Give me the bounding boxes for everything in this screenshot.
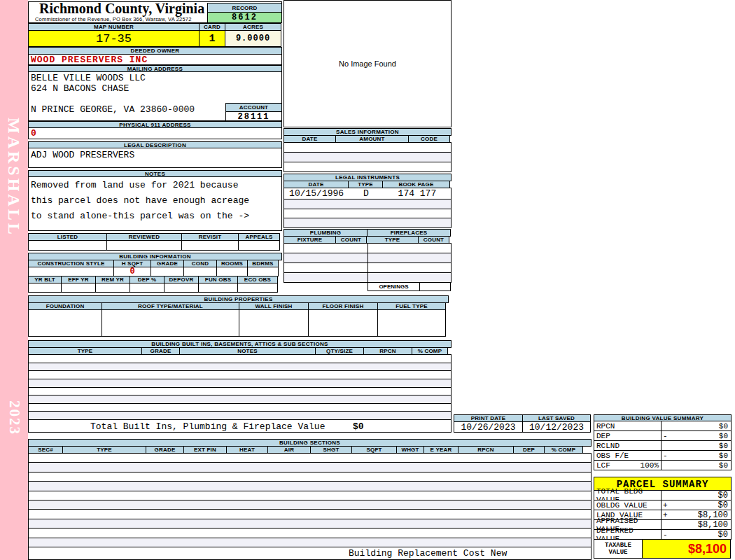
parcel-op: - bbox=[662, 531, 673, 539]
table-row bbox=[29, 482, 591, 491]
bvs-value: $0 bbox=[673, 451, 731, 460]
table-row bbox=[284, 153, 451, 162]
account-value: 28111 bbox=[225, 111, 282, 121]
parcel-summary-table: TOTAL BLDG VALUE $0 OBLDG VALUE +$0 LAND… bbox=[594, 491, 732, 540]
county-title: Richmond County, Virginia bbox=[39, 1, 204, 17]
rooms-value bbox=[216, 267, 248, 276]
built-ins-total-label: Total Built Ins, Plumbing & Fireplace Va… bbox=[90, 421, 325, 432]
roof-type-value bbox=[102, 309, 239, 337]
record-label: RECORD bbox=[207, 3, 282, 13]
map-number-field[interactable]: 17-35 bbox=[28, 30, 200, 47]
review-value-row bbox=[28, 240, 280, 251]
table-row bbox=[29, 454, 591, 463]
parcel-value: $0 bbox=[673, 500, 731, 510]
h-sqft-value: 0 bbox=[113, 267, 151, 276]
map-card-acres-value-row: 17-35 1 9.0000 bbox=[28, 30, 281, 47]
table-row bbox=[284, 209, 451, 219]
bdrms-value bbox=[247, 267, 279, 276]
built-ins-total-value: $0 bbox=[353, 421, 364, 432]
legal-instrument-type: D bbox=[349, 188, 384, 199]
table-row bbox=[29, 388, 451, 396]
mailing-address-line: 624 N BACONS CHASE bbox=[31, 83, 281, 94]
wall-finish-value bbox=[239, 309, 309, 337]
notes-line: Removed from land use for 2021 because bbox=[31, 178, 281, 193]
bvs-row-obs: OBS F/E -$0 bbox=[594, 450, 732, 461]
card-field[interactable]: 1 bbox=[199, 30, 225, 47]
table-row bbox=[29, 371, 451, 379]
floor-finish-value bbox=[308, 309, 378, 337]
table-row bbox=[284, 218, 451, 227]
bvs-op: - bbox=[662, 432, 673, 440]
table-row bbox=[29, 472, 591, 482]
building-information-value-row-1: 0 bbox=[28, 267, 279, 276]
review-appeals-value bbox=[238, 240, 280, 251]
table-row bbox=[29, 379, 451, 388]
openings-row: OPENINGS bbox=[368, 282, 451, 291]
foundation-value bbox=[28, 309, 102, 337]
table-row bbox=[29, 491, 591, 500]
bvs-value: $0 bbox=[673, 422, 731, 430]
parcel-op: + bbox=[662, 511, 673, 519]
dep-pct-value bbox=[130, 283, 164, 293]
building-value-summary-table: RPCN $0 DEP -$0 RCLND $0 OBS F/E -$0 LCF… bbox=[594, 421, 732, 470]
parcel-value: $8,100 bbox=[673, 520, 731, 530]
building-sections-empty-rows bbox=[28, 453, 592, 547]
table-row bbox=[29, 396, 451, 404]
building-sections-footer-row: Building Replacement Cost New bbox=[28, 547, 592, 560]
table-row bbox=[284, 200, 451, 209]
openings-value bbox=[419, 282, 451, 291]
bvs-value: $0 bbox=[673, 432, 731, 440]
legal-instrument-date: 10/15/1996 bbox=[284, 188, 349, 199]
construction-style-value bbox=[28, 267, 114, 276]
legal-instruments-rows: 10/15/1996 D 174 177 bbox=[284, 188, 451, 228]
parcel-value: $8,100 bbox=[673, 510, 731, 520]
taxable-value-label: TAXABLE VALUE bbox=[594, 539, 643, 559]
print-saved-value-row: 10/26/2023 10/12/2023 bbox=[454, 421, 591, 433]
last-saved-value: 10/12/2023 bbox=[522, 421, 591, 433]
property-record-card: { "colors": { "sidebar_pink": "#FFC0CB",… bbox=[0, 0, 735, 560]
sidebar: MARSHALL 2023 bbox=[0, 0, 28, 560]
bvs-label: LCF bbox=[596, 461, 610, 470]
bvs-row-rclnd: RCLND $0 bbox=[594, 440, 732, 451]
building-properties-value-row bbox=[28, 309, 446, 337]
table-row bbox=[29, 510, 591, 519]
eco-obs-value bbox=[237, 283, 278, 293]
sales-empty-rows bbox=[284, 142, 451, 172]
legal-description-value: ADJ WOOD PRESERVERS bbox=[28, 148, 282, 168]
table-row bbox=[29, 412, 451, 419]
bvs-pct: 100% bbox=[640, 461, 659, 470]
building-information-value-row-2 bbox=[28, 283, 278, 293]
parcel-row-deferred: DEFERRED VALUE -$0 bbox=[594, 529, 732, 540]
bvs-row-lcf: LCF100% $0 bbox=[594, 460, 732, 470]
notes-line: to stand alone-this parcel was on the -> bbox=[31, 209, 281, 224]
acres-field[interactable]: 9.0000 bbox=[225, 30, 281, 47]
openings-label: OPENINGS bbox=[368, 282, 420, 291]
eff-yr-value bbox=[61, 283, 96, 293]
parcel-value: $0 bbox=[673, 530, 731, 540]
bvs-label: OBS F/E bbox=[596, 451, 629, 460]
parcel-value: $0 bbox=[673, 491, 731, 500]
print-date-value: 10/26/2023 bbox=[454, 421, 523, 433]
bvs-label: DEP bbox=[596, 432, 610, 440]
fun-obs-value bbox=[198, 283, 238, 293]
table-row bbox=[284, 143, 451, 153]
review-reviewed-value bbox=[106, 240, 182, 251]
bvs-row-rpcn: RPCN $0 bbox=[594, 421, 732, 431]
table-row bbox=[29, 538, 591, 547]
fuel-type-value bbox=[377, 309, 446, 337]
bvs-row-dep: DEP -$0 bbox=[594, 430, 732, 441]
sidebar-year-label: 2023 bbox=[6, 400, 23, 435]
depovr-value bbox=[164, 283, 199, 293]
replacement-cost-label: Building Replacement Cost New bbox=[349, 548, 507, 559]
rem-yr-value bbox=[95, 283, 130, 293]
table-row bbox=[284, 162, 451, 172]
table-row bbox=[29, 404, 451, 412]
record-value-field[interactable]: 8612 bbox=[207, 12, 282, 23]
plumbing-fireplaces-divider bbox=[368, 243, 368, 283]
table-row bbox=[29, 528, 591, 538]
notes-line: this parcel does not have enough acreage bbox=[31, 193, 281, 209]
mailing-address-line: BELLE VILLE WOODS LLC bbox=[31, 73, 281, 83]
bvs-label: RPCN bbox=[596, 422, 615, 430]
legal-instrument-row: 10/15/1996 D 174 177 bbox=[284, 188, 451, 200]
cond-value bbox=[183, 267, 217, 276]
